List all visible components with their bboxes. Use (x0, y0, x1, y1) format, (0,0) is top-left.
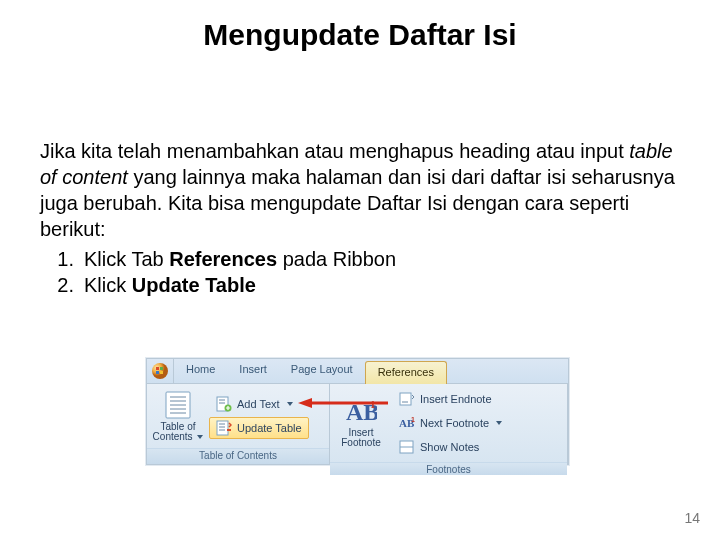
svg-text:1: 1 (411, 416, 415, 423)
slide-title: Mengupdate Daftar Isi (0, 18, 720, 52)
show-notes-button[interactable]: Show Notes (392, 436, 509, 458)
tab-insert[interactable]: Insert (227, 359, 279, 383)
add-text-label: Add Text (237, 398, 280, 410)
li-bold: Update Table (132, 274, 256, 296)
list-item: 1. Klick Tab References pada Ribbon (40, 246, 680, 272)
svg-rect-4 (160, 371, 163, 374)
chevron-down-icon (287, 402, 293, 406)
group-footnotes: AB 1 InsertFootnote Insert Endnote AB1 N… (330, 384, 568, 464)
group-footnotes-title: Footnotes (330, 462, 567, 475)
ribbon-tabs: Home Insert Page Layout References (147, 359, 568, 384)
update-table-label: Update Table (237, 422, 302, 434)
add-text-icon (216, 396, 232, 412)
toc-button[interactable]: Table ofContents (151, 388, 205, 444)
insert-footnote-button[interactable]: AB 1 InsertFootnote (334, 395, 388, 451)
add-text-button[interactable]: Add Text (209, 393, 309, 415)
list-number: 2. (40, 272, 84, 298)
svg-rect-3 (156, 371, 159, 374)
svg-rect-22 (400, 393, 411, 405)
body-text: Jika kita telah menambahkan atau menghap… (40, 138, 680, 298)
svg-rect-15 (217, 421, 228, 435)
svg-text:1: 1 (370, 398, 376, 410)
svg-rect-1 (156, 367, 159, 370)
svg-rect-19 (227, 429, 231, 431)
ribbon-screenshot: Home Insert Page Layout References Table… (146, 358, 569, 465)
toc-label: Table ofContents (153, 421, 196, 442)
body-p1a: Jika kita telah menambahkan atau menghap… (40, 140, 629, 162)
next-footnote-button[interactable]: AB1 Next Footnote (392, 412, 509, 434)
insert-footnote-icon: AB 1 (345, 398, 377, 426)
li-bold: References (169, 248, 277, 270)
svg-rect-2 (160, 367, 163, 370)
tab-home[interactable]: Home (174, 359, 227, 383)
chevron-down-icon (197, 435, 203, 439)
insert-endnote-button[interactable]: Insert Endnote (392, 388, 509, 410)
next-footnote-icon: AB1 (399, 415, 415, 431)
page-number: 14 (684, 510, 700, 526)
ribbon-groups: Table ofContents Add Text Update Table T… (147, 384, 568, 464)
body-p1b: yang lainnya maka halaman dan isi dari d… (40, 166, 675, 240)
li-post: pada Ribbon (277, 248, 396, 270)
next-footnote-label: Next Footnote (420, 417, 489, 429)
group-toc: Table ofContents Add Text Update Table T… (147, 384, 330, 464)
update-table-button[interactable]: Update Table (209, 417, 309, 439)
insert-footnote-label: InsertFootnote (341, 428, 380, 448)
show-notes-label: Show Notes (420, 441, 479, 453)
tab-page-layout[interactable]: Page Layout (279, 359, 365, 383)
chevron-down-icon (496, 421, 502, 425)
insert-endnote-icon (399, 391, 415, 407)
list-item: 2. Klick Update Table (40, 272, 680, 298)
toc-icon (163, 390, 193, 420)
insert-endnote-label: Insert Endnote (420, 393, 492, 405)
office-button[interactable] (147, 359, 174, 383)
steps-list: 1. Klick Tab References pada Ribbon 2. K… (40, 246, 680, 298)
list-number: 1. (40, 246, 84, 272)
show-notes-icon (399, 439, 415, 455)
update-table-icon (216, 420, 232, 436)
tab-references[interactable]: References (365, 361, 447, 384)
group-toc-title: Table of Contents (147, 448, 329, 464)
office-orb-icon (151, 362, 169, 380)
li-pre: Klick Tab (84, 248, 169, 270)
li-pre: Klick (84, 274, 132, 296)
